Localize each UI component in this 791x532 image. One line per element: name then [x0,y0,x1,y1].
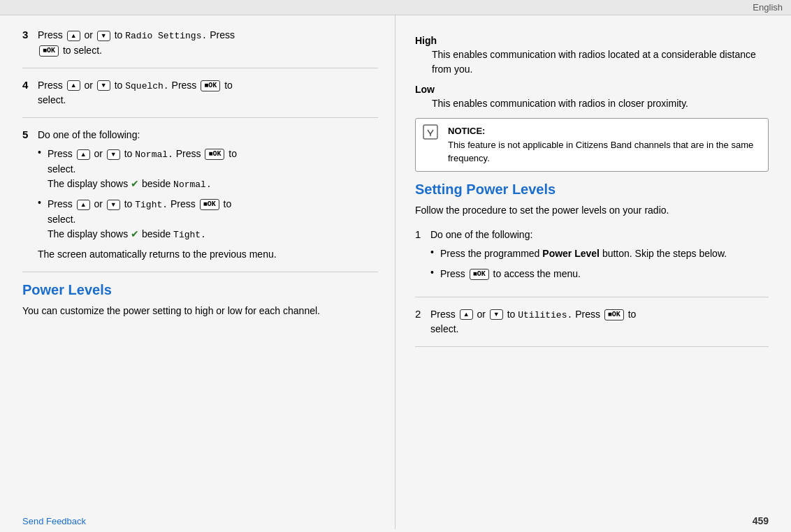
left-column: 3 Press or to Radio Settings. Press ■OK … [0,15,396,529]
rs2-menu: Utilities. [518,310,572,320]
ok-button-icon[interactable]: ■OK [201,80,220,91]
step3-press1: Press [38,29,63,40]
right-step-2-number: 2 [415,307,430,337]
notice-text: This feature is not applicable in Citize… [448,138,761,165]
ok-button-icon[interactable]: ■OK [470,269,489,280]
step3-press2: Press [210,29,235,40]
ok-button-icon[interactable]: ■OK [39,45,59,57]
step4-or: or [85,80,93,91]
b2-press1: Press [48,198,73,209]
step-5-bullets: • Press or to Normal. Press ■OK [38,147,378,242]
step5-returns: The screen automatically returns to the … [38,247,378,262]
down-button-icon[interactable] [97,31,110,41]
up-button-icon[interactable] [460,309,473,320]
b2-display: The display shows [48,228,128,239]
down-button-icon[interactable] [97,80,110,91]
rs2-or: or [477,309,486,320]
bullet-dot-r1: • [430,246,440,261]
b2-menu: Tight. [135,200,168,210]
ok-button-icon[interactable]: ■OK [205,149,224,160]
step-5-bullet-2: • Press or to Tight. Press ■OK [38,197,378,242]
down-button-icon[interactable] [107,149,120,160]
power-levels-intro: You can customize the power setting to h… [22,304,378,318]
ok-button-icon[interactable]: ■OK [200,199,219,210]
right-step1-bullets: • Press the programmed Power Level butto… [430,246,769,281]
low-term: Low [415,84,769,95]
step-5-number: 5 [22,128,38,262]
step-3-text: Press or to Radio Settings. Press ■OK to… [38,28,378,58]
bullet1-display-line: The display shows ✔ beside Normal. [48,177,378,192]
bullet2-line1: Press or to Tight. Press ■OK to [48,197,378,212]
step3-or: or [85,29,93,40]
setting-power-heading: Setting Power Levels [415,182,769,198]
right-step-2-block: 2 Press or to Utilities. Press ■OK to se… [415,307,769,348]
ok-button-icon[interactable]: ■OK [604,309,624,320]
setting-power-intro: Follow the procedure to set the power le… [415,203,769,218]
step-4-body: Press or to Squelch. Press ■OK to select… [38,78,378,108]
checkmark-icon: ✔ [131,228,139,239]
b1-value: Normal. [173,179,212,190]
bullet-dot-2: • [38,197,48,242]
notice-box: NOTICE: This feature is not applicable i… [415,118,769,172]
right-column: High This enables communication with rad… [396,15,791,529]
checkmark-icon: ✔ [131,178,139,189]
rb1-bold: Power Level [542,248,600,259]
step-3-body: Press or to Radio Settings. Press ■OK to… [38,28,378,58]
high-term: High [415,35,769,46]
footer: Send Feedback 459 [0,510,791,532]
rs2-select: select. [430,323,458,334]
b2-or: or [94,198,103,209]
top-bar: English [0,0,791,15]
bullet2-display-line: The display shows ✔ beside Tight. [48,227,378,242]
language-label: English [753,2,783,13]
step-4-number: 4 [22,78,38,108]
right-step-2-text: Press or to Utilities. Press ■OK to sele… [430,307,769,337]
bullet-dot-r2: • [430,267,440,281]
b2-beside: beside [142,228,170,239]
bullet1-select: select. [48,162,378,177]
up-button-icon[interactable] [77,200,90,210]
rb2-rest: to access the menu. [493,268,581,279]
down-button-icon[interactable] [107,200,120,210]
rb1-rest: button. Skip the steps below. [602,248,727,259]
send-feedback-link[interactable]: Send Feedback [22,516,86,526]
right-b1-content: Press the programmed Power Level button.… [440,246,769,261]
rs2-press: Press [575,309,600,320]
notice-icon [423,124,442,165]
rs2-to: to [507,309,516,320]
page-content: 3 Press or to Radio Settings. Press ■OK … [0,15,791,529]
b1-ok-to: to [228,148,237,159]
step-3-number: 3 [22,28,38,58]
notice-content: NOTICE: This feature is not applicable i… [448,124,761,165]
step-5-body: Do one of the following: • Press or to N… [38,128,378,262]
step4-to2: to [224,80,233,91]
up-button-icon[interactable] [77,149,90,160]
power-levels-section: Power Levels You can customize the power… [22,282,378,318]
bullet-dot-1: • [38,147,48,191]
b1-press2: Press [176,148,201,159]
right-step-2-body: Press or to Utilities. Press ■OK to sele… [430,307,769,337]
step-4-block: 4 Press or to Squelch. Press ■OK to sele… [22,78,378,119]
step3-menu: Radio Settings. [125,31,207,41]
up-button-icon[interactable] [67,31,80,41]
bullet1-line1: Press or to Normal. Press ■OK to [48,147,378,162]
high-desc: This enables communication with radios l… [432,47,769,77]
svg-rect-0 [423,125,437,139]
b1-to: to [124,148,133,159]
page-number: 459 [753,515,769,526]
b1-menu: Normal. [135,149,173,160]
up-button-icon[interactable] [67,80,80,91]
b2-press2: Press [170,198,196,209]
down-button-icon[interactable] [490,309,503,320]
b1-beside: beside [142,178,170,189]
b1-press1: Press [48,148,73,159]
b1-display: The display shows [48,178,128,189]
b2-to: to [124,198,133,209]
bullet-1-content: Press or to Normal. Press ■OK to select. [48,147,378,191]
step3-to: to [115,29,123,40]
step3-to-select: to select. [63,45,102,56]
step-4-text: Press or to Squelch. Press ■OK to select… [38,78,378,108]
right-step-1-number: 1 [415,228,430,287]
b2-ok-to: to [224,198,232,209]
step-5-block: 5 Do one of the following: • Press or to [22,128,378,272]
